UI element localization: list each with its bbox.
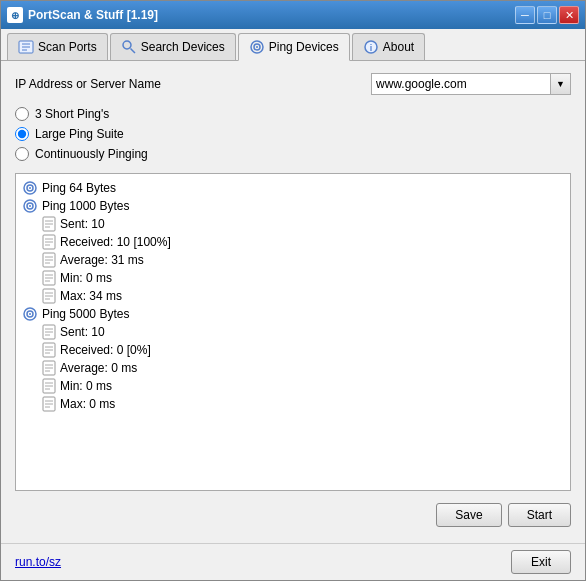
result-item: Received: 0 [0%] (22, 342, 564, 358)
radio-continuous-ping-label: Continuously Pinging (35, 147, 148, 161)
footer-link[interactable]: run.to/sz (15, 555, 61, 569)
doc-icon (42, 216, 56, 232)
doc-icon (42, 252, 56, 268)
results-box: Ping 64 Bytes Ping 1000 Bytes Sent: 10 R… (15, 173, 571, 491)
svg-point-39 (29, 313, 31, 315)
ip-combo[interactable]: ▼ (371, 73, 571, 95)
result-item: Ping 1000 Bytes (22, 198, 564, 214)
doc-icon (42, 234, 56, 250)
svg-line-5 (130, 49, 135, 54)
ping-icon (22, 180, 38, 196)
svg-point-4 (123, 41, 131, 49)
footer: run.to/sz Exit (1, 543, 585, 580)
radio-short-ping-label: 3 Short Ping's (35, 107, 109, 121)
tab-about[interactable]: i About (352, 33, 425, 60)
tab-bar: Scan Ports Search Devices Ping Devices (1, 29, 585, 61)
result-text: Max: 34 ms (60, 289, 122, 303)
window-title: PortScan & Stuff [1.19] (28, 8, 158, 22)
app-icon: ⊕ (7, 7, 23, 23)
svg-text:i: i (370, 43, 373, 53)
tab-scan-ports-label: Scan Ports (38, 40, 97, 54)
close-button[interactable]: ✕ (559, 6, 579, 24)
doc-icon (42, 342, 56, 358)
result-text: Ping 64 Bytes (42, 181, 116, 195)
title-bar-left: ⊕ PortScan & Stuff [1.19] (7, 7, 158, 23)
svg-point-13 (29, 187, 31, 189)
radio-group: 3 Short Ping's Large Ping Suite Continuo… (15, 103, 571, 165)
tab-search-devices-label: Search Devices (141, 40, 225, 54)
result-item: Average: 0 ms (22, 360, 564, 376)
about-icon: i (363, 39, 379, 55)
result-item: Received: 10 [100%] (22, 234, 564, 250)
radio-continuous-ping[interactable]: Continuously Pinging (15, 147, 571, 161)
radio-large-ping-label: Large Ping Suite (35, 127, 124, 141)
main-window: ⊕ PortScan & Stuff [1.19] ─ □ ✕ Scan Por… (0, 0, 586, 581)
ip-row: IP Address or Server Name ▼ (15, 73, 571, 95)
result-text: Sent: 10 (60, 325, 105, 339)
tab-ping-devices-label: Ping Devices (269, 40, 339, 54)
doc-icon (42, 360, 56, 376)
search-devices-icon (121, 39, 137, 55)
result-item: Max: 0 ms (22, 396, 564, 412)
tab-scan-ports[interactable]: Scan Ports (7, 33, 108, 60)
doc-icon (42, 324, 56, 340)
result-text: Average: 0 ms (60, 361, 137, 375)
result-item: Sent: 10 (22, 216, 564, 232)
radio-short-ping-input[interactable] (15, 107, 29, 121)
svg-point-16 (29, 205, 31, 207)
tab-about-label: About (383, 40, 414, 54)
bottom-row: Save Start (15, 499, 571, 531)
result-item: Ping 5000 Bytes (22, 306, 564, 322)
ping-devices-icon (249, 39, 265, 55)
maximize-button[interactable]: □ (537, 6, 557, 24)
tab-ping-devices[interactable]: Ping Devices (238, 33, 350, 61)
result-text: Sent: 10 (60, 217, 105, 231)
scan-ports-icon (18, 39, 34, 55)
doc-icon (42, 396, 56, 412)
doc-icon (42, 378, 56, 394)
result-text: Average: 31 ms (60, 253, 144, 267)
result-item: Sent: 10 (22, 324, 564, 340)
radio-large-ping-input[interactable] (15, 127, 29, 141)
ping-icon (22, 306, 38, 322)
result-text: Min: 0 ms (60, 379, 112, 393)
result-text: Max: 0 ms (60, 397, 115, 411)
svg-point-8 (256, 46, 258, 48)
minimize-button[interactable]: ─ (515, 6, 535, 24)
tab-search-devices[interactable]: Search Devices (110, 33, 236, 60)
title-bar-buttons: ─ □ ✕ (515, 6, 579, 24)
title-bar: ⊕ PortScan & Stuff [1.19] ─ □ ✕ (1, 1, 585, 29)
result-item: Min: 0 ms (22, 270, 564, 286)
main-content: IP Address or Server Name ▼ 3 Short Ping… (1, 61, 585, 543)
radio-short-ping[interactable]: 3 Short Ping's (15, 107, 571, 121)
result-item: Average: 31 ms (22, 252, 564, 268)
radio-continuous-ping-input[interactable] (15, 147, 29, 161)
save-button[interactable]: Save (436, 503, 501, 527)
ip-dropdown-button[interactable]: ▼ (550, 74, 570, 94)
result-text: Received: 10 [100%] (60, 235, 171, 249)
result-text: Received: 0 [0%] (60, 343, 151, 357)
start-button[interactable]: Start (508, 503, 571, 527)
result-text: Ping 5000 Bytes (42, 307, 129, 321)
result-item: Max: 34 ms (22, 288, 564, 304)
ip-input[interactable] (372, 77, 550, 91)
result-text: Ping 1000 Bytes (42, 199, 129, 213)
exit-button[interactable]: Exit (511, 550, 571, 574)
doc-icon (42, 288, 56, 304)
result-item: Ping 64 Bytes (22, 180, 564, 196)
doc-icon (42, 270, 56, 286)
ping-icon (22, 198, 38, 214)
radio-large-ping[interactable]: Large Ping Suite (15, 127, 571, 141)
result-item: Min: 0 ms (22, 378, 564, 394)
result-text: Min: 0 ms (60, 271, 112, 285)
ip-label: IP Address or Server Name (15, 77, 161, 91)
